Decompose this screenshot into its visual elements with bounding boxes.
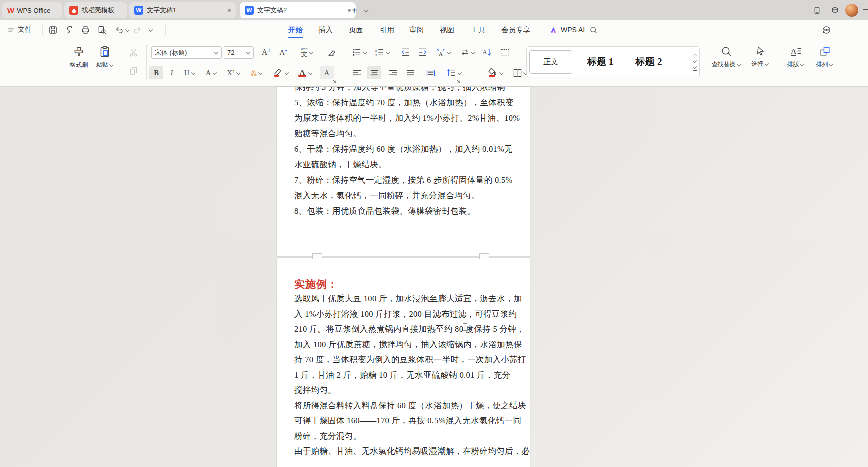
superscript-button[interactable]: X²	[224, 66, 244, 79]
menu-tab-tools[interactable]: 工具	[471, 20, 485, 39]
styles-more-icon[interactable]	[693, 65, 697, 71]
doc-line[interactable]: 1 斤，甘油 2 斤，贻糖 10 斤，无水亚硫酸钠 0.01 斤，充分	[294, 370, 510, 381]
undo-button[interactable]	[113, 24, 125, 36]
doc-heading-red[interactable]: 实施例：	[294, 277, 338, 291]
line-spacing-button[interactable]	[443, 66, 465, 79]
menu-tab-home[interactable]: 开始	[288, 20, 303, 39]
tab-wps-home[interactable]: W WPS Office	[2, 2, 62, 18]
redo-button-disabled[interactable]	[131, 24, 143, 36]
clear-format-button[interactable]	[323, 46, 338, 59]
document-canvas[interactable]: 保持约 5 分钟，加入等重量优质蔗糖，搅匀，抽入浓缩锅 5、浓缩：保持温度约 7…	[0, 87, 868, 467]
doc-line[interactable]: 由于贻糖、甘油、无水氯化钙均易吸湿潮解，在粉碎均匀后，必	[294, 446, 530, 457]
doc-line[interactable]: 5、浓缩：保持温度约 70 度，加热（水浴加热），至体积变	[294, 97, 514, 108]
character-scaling-button[interactable]: A	[433, 46, 454, 59]
cut-button-disabled[interactable]	[126, 46, 140, 59]
numbered-list-button[interactable]: 123	[373, 46, 393, 59]
font-size-combobox[interactable]: 72	[224, 46, 254, 59]
select-button[interactable]: 选择	[748, 45, 773, 68]
find-replace-button[interactable]: 查找替换	[710, 45, 743, 69]
highlight-color-button[interactable]	[270, 66, 292, 79]
font-dialog-launcher-icon[interactable]	[332, 79, 337, 84]
align-right-button[interactable]	[386, 66, 400, 79]
bullet-list-button[interactable]	[350, 46, 370, 59]
paste-button[interactable]: 粘贴	[93, 45, 117, 69]
search-icon[interactable]	[587, 24, 599, 36]
undo-options-chevron-icon[interactable]	[125, 28, 129, 32]
window-minimize-button[interactable]	[863, 9, 868, 10]
styles-scroll-up-icon[interactable]	[693, 53, 697, 57]
character-shading-button[interactable]: A	[320, 66, 334, 79]
tab-docer-templates[interactable]: 找稻壳模板	[64, 2, 127, 18]
show-formatting-marks-button[interactable]	[497, 46, 512, 59]
doc-line[interactable]: 可得干燥固体 160——170 斤，再按 0.5%混入无水氯化钙一同	[294, 415, 521, 426]
wps-ai-button[interactable]: WPS AI	[550, 20, 585, 39]
strikethrough-button[interactable]: A	[202, 66, 221, 79]
copy-button-disabled[interactable]	[126, 64, 140, 77]
page-break-handle[interactable]	[312, 253, 322, 259]
style-heading1[interactable]: 标题 1	[576, 55, 624, 68]
doc-line[interactable]: 7、粉碎：保持空气一定湿度，按第 6 步所得固体量的 0.5%	[294, 175, 513, 186]
text-direction-button[interactable]	[457, 46, 478, 59]
page-break-handle[interactable]	[479, 253, 489, 259]
menu-tab-member[interactable]: 会员专享	[501, 20, 530, 39]
style-heading2[interactable]: 标题 2	[624, 55, 673, 68]
distribute-text-button[interactable]	[422, 66, 439, 79]
align-center-button[interactable]	[367, 66, 381, 79]
file-menu-button[interactable]: 文件	[7, 20, 32, 39]
print-button[interactable]	[79, 24, 91, 36]
document-page-1[interactable]: 保持约 5 分钟，加入等重量优质蔗糖，搅匀，抽入浓缩锅 5、浓缩：保持温度约 7…	[277, 87, 530, 256]
doc-line[interactable]: 选取风干优质大豆 100 斤，加水浸泡至膨大适宜，沥去水，加	[294, 293, 522, 304]
print-preview-button[interactable]	[96, 24, 108, 36]
text-effects-button[interactable]: A	[247, 66, 267, 79]
font-name-combobox[interactable]: 宋体 (标题)	[151, 46, 222, 59]
tab-list-chevron-icon[interactable]	[364, 8, 368, 13]
align-left-button[interactable]	[350, 66, 364, 79]
doc-line[interactable]: 保持约 5 分钟，加入等重量优质蔗糖，搅匀，抽入浓缩锅	[294, 87, 505, 93]
arrange-button[interactable]: 排列	[812, 45, 838, 69]
doc-line[interactable]: 入 1%小苏打溶液 100 斤打浆，200 目滤布过滤，可得豆浆约	[294, 309, 517, 320]
increase-font-size-button[interactable]: A+	[259, 46, 274, 59]
stereo-box-icon[interactable]	[829, 4, 841, 16]
doc-line[interactable]: 混入无水，氯化钙，一同粉碎，并充分混合均匀。	[294, 190, 480, 201]
tab-document-1[interactable]: W 文字文稿1	[129, 2, 236, 18]
font-color-button[interactable]: A	[295, 66, 316, 79]
sort-button[interactable]: A	[479, 46, 494, 59]
doc-line[interactable]: 搅拌均匀。	[294, 385, 336, 396]
styles-scroll-down-icon[interactable]	[693, 59, 697, 63]
doc-line[interactable]: 持 70 度，当体积变为倒入的豆浆体积一半时，一次加入小苏打	[294, 354, 526, 365]
mobile-view-icon[interactable]	[811, 4, 823, 16]
menu-tab-page[interactable]: 页面	[349, 20, 363, 39]
doc-line[interactable]: 将所得混合料转入料盘保持 60 度（水浴加热）干燥，使之结块，	[294, 400, 530, 411]
menu-tab-view[interactable]: 视图	[440, 20, 454, 39]
paragraph-dialog-launcher-icon[interactable]	[456, 79, 461, 84]
new-tab-button[interactable]: +	[351, 4, 357, 16]
justify-button[interactable]	[403, 66, 417, 79]
menu-tab-review[interactable]: 审阅	[409, 20, 424, 39]
underline-button[interactable]: U	[180, 66, 199, 79]
save-button[interactable]	[47, 24, 59, 36]
decrease-indent-button[interactable]	[398, 46, 413, 59]
doc-line[interactable]: 贻糖等混合均匀。	[294, 128, 361, 139]
doc-line[interactable]: 加入 100 斤优质蔗糖，搅拌均匀，抽入浓缩锅内，水浴加热保	[294, 339, 522, 350]
decrease-font-size-button[interactable]: A-	[276, 46, 291, 59]
menu-tab-insert[interactable]: 插入	[318, 20, 333, 39]
doc-line[interactable]: 水亚硫酸钠，干燥结块。	[294, 159, 387, 170]
user-avatar[interactable]	[845, 4, 858, 17]
style-normal-selected[interactable]: 正文	[529, 50, 572, 74]
quick-access-more-chevron-icon[interactable]	[148, 28, 153, 32]
increase-indent-button[interactable]	[415, 46, 430, 59]
ribbon-options-ellipsis-icon[interactable]	[820, 24, 832, 36]
menu-tab-reference[interactable]: 引用	[380, 20, 394, 39]
document-page-2[interactable]: 实施例： 选取风干优质大豆 100 斤，加水浸泡至膨大适宜，沥去水，加 入 1%…	[277, 258, 530, 467]
doc-line[interactable]: 粉碎，充分混匀。	[294, 431, 361, 442]
tab-document-2-active[interactable]: W 文字文稿2	[240, 2, 356, 18]
doc-line[interactable]: 6、干燥：保持温度约 60 度（水浴加热），加入约 0.01%无	[294, 144, 513, 155]
doc-line[interactable]: 8、包装：用优质食品包装袋、薄膜袋密封包装。	[294, 206, 475, 217]
phonetic-guide-button[interactable]: wén 文	[297, 46, 318, 59]
italic-button[interactable]: I	[165, 66, 178, 79]
shading-button[interactable]	[484, 66, 506, 79]
format-painter-button[interactable]: 格式刷	[66, 45, 92, 69]
doc-line[interactable]: 为原来豆浆体积的一半时，加入约 1%小苏打、2%甘油、10%	[294, 113, 520, 124]
export-pdf-icon[interactable]	[63, 24, 75, 36]
typeset-button[interactable]: A 排版	[783, 45, 809, 69]
